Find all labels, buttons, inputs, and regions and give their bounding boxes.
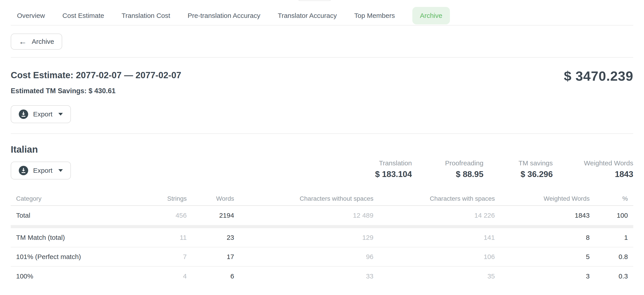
stat-tm-savings: TM savings $ 36.296 xyxy=(492,159,553,179)
col-header-chars-without-spaces: Characters without spaces xyxy=(234,195,374,202)
stat-value: $ 183.104 xyxy=(347,170,412,179)
tab-pre-translation-accuracy[interactable]: Pre-translation Accuracy xyxy=(188,12,260,19)
col-header-weighted-words: Weighted Words xyxy=(495,195,590,202)
report-tabbar: Overview Cost Estimate Translation Cost … xyxy=(0,0,644,25)
download-icon xyxy=(19,109,28,119)
back-row: ← Archive xyxy=(0,25,644,57)
tab-translation-cost[interactable]: Translation Cost xyxy=(122,12,170,19)
tm-savings-line: Estimated TM Savings: $ 430.61 xyxy=(11,87,633,95)
stat-value: 1843 xyxy=(562,170,633,179)
arrow-left-icon: ← xyxy=(19,38,27,45)
language-section: Italian Export Translation $ 183.104 Pro… xyxy=(0,134,644,179)
tab-top-members[interactable]: Top Members xyxy=(354,12,395,19)
table-row-101-perfect-match: 101% (Perfect match) 7 17 96 106 5 0.8 xyxy=(11,247,633,267)
stat-translation: Translation $ 183.104 xyxy=(347,159,412,179)
language-left: Italian Export xyxy=(11,144,71,179)
chevron-down-icon xyxy=(58,169,63,172)
col-header-percent: % xyxy=(590,195,628,202)
col-header-category: Category xyxy=(16,195,141,202)
cost-table: Category Strings Words Characters withou… xyxy=(11,192,633,286)
tab-overview[interactable]: Overview xyxy=(17,12,45,19)
stat-label: Proofreading xyxy=(421,159,484,167)
archive-back-button[interactable]: ← Archive xyxy=(11,33,62,50)
export-language-button[interactable]: Export xyxy=(11,162,71,179)
col-header-strings: Strings xyxy=(141,195,187,202)
total-cost-value: $ 3470.239 xyxy=(564,68,633,84)
language-stats: Translation $ 183.104 Proofreading $ 88.… xyxy=(347,159,633,179)
export-report-label: Export xyxy=(33,110,52,118)
clipped-popover-edge xyxy=(298,0,332,1)
stat-value: $ 88.95 xyxy=(421,170,484,179)
table-row-total: Total 456 2194 12 489 14 226 1843 100 xyxy=(11,206,633,225)
page-title: Cost Estimate: 2077-02-07 — 2077-02-07 xyxy=(11,70,633,80)
col-header-words: Words xyxy=(187,195,234,202)
tab-cost-estimate[interactable]: Cost Estimate xyxy=(62,12,104,19)
chevron-down-icon xyxy=(58,113,63,116)
language-title: Italian xyxy=(11,144,71,155)
stat-label: TM savings xyxy=(492,159,553,167)
table-row-100: 100% 4 6 33 35 3 0.3 xyxy=(11,267,633,286)
export-language-label: Export xyxy=(33,167,52,174)
cost-estimate-summary: Cost Estimate: 2077-02-07 — 2077-02-07 $… xyxy=(0,58,644,133)
download-icon xyxy=(19,166,28,175)
col-header-chars-with-spaces: Characters with spaces xyxy=(374,195,495,202)
stat-value: $ 36.296 xyxy=(492,170,553,179)
stat-label: Translation xyxy=(347,159,412,167)
stat-label: Weighted Words xyxy=(562,159,633,167)
export-report-button[interactable]: Export xyxy=(11,105,71,123)
stat-weighted-words: Weighted Words 1843 xyxy=(562,159,633,179)
tab-archive[interactable]: Archive xyxy=(412,7,450,24)
total-separator xyxy=(11,225,633,228)
table-row-tm-match: TM Match (total) 11 23 129 141 8 1 xyxy=(11,228,633,247)
stat-proofreading: Proofreading $ 88.95 xyxy=(421,159,484,179)
tab-translator-accuracy[interactable]: Translator Accuracy xyxy=(278,12,337,19)
table-header-row: Category Strings Words Characters withou… xyxy=(11,192,633,206)
archive-back-label: Archive xyxy=(32,38,54,45)
